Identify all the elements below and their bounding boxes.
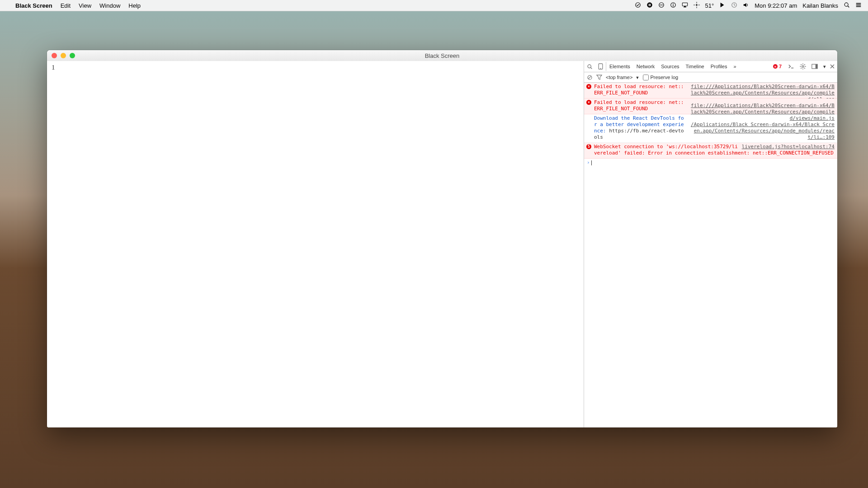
temperature[interactable]: 51° <box>705 2 714 9</box>
status-icon[interactable] <box>646 2 653 9</box>
menu-help[interactable]: Help <box>128 2 141 9</box>
svg-point-21 <box>588 65 591 68</box>
svg-point-24 <box>600 68 601 69</box>
console-message: × file:///Applications/Black%20Screen-da… <box>584 83 837 99</box>
app-window: Black Screen 1 Elements Network Sources … <box>47 50 837 427</box>
tab-network[interactable]: Network <box>633 61 658 72</box>
volume-icon[interactable] <box>743 2 749 9</box>
filter-icon[interactable] <box>596 75 602 80</box>
svg-point-0 <box>635 2 640 7</box>
close-button[interactable] <box>52 53 57 58</box>
device-toggle-icon[interactable] <box>595 61 606 72</box>
svg-line-33 <box>801 68 802 69</box>
inspect-icon[interactable] <box>584 61 595 72</box>
tab-more[interactable]: » <box>730 61 739 72</box>
airplay-icon[interactable] <box>682 2 688 9</box>
svg-line-40 <box>588 76 591 79</box>
show-console-icon[interactable] <box>785 61 797 72</box>
menu-clock[interactable]: Mon 9:22:07 am <box>755 2 797 9</box>
text-caret <box>591 160 592 165</box>
message-source-link[interactable]: /Applications/Black Screen-darwin-x64/Bl… <box>690 122 835 141</box>
devtools-tabbar: Elements Network Sources Timeline Profil… <box>584 61 837 72</box>
editor-area[interactable]: 1 <box>47 61 584 427</box>
svg-point-1 <box>647 2 652 7</box>
app-name-menu[interactable]: Black Screen <box>15 2 52 9</box>
console-toolbar: <top frame> ▼ Preserve log <box>584 72 837 83</box>
message-source-link[interactable]: livereload.js?host=localhost:74 <box>742 144 835 150</box>
status-icon[interactable] <box>635 2 641 9</box>
prompt-glyph: › <box>587 160 590 165</box>
menu-edit[interactable]: Edit <box>61 2 71 9</box>
error-count-badge[interactable]: × 7 <box>773 64 782 69</box>
svg-line-22 <box>591 67 592 69</box>
svg-point-26 <box>802 66 804 67</box>
clock-icon[interactable] <box>731 2 737 9</box>
menu-window[interactable]: Window <box>99 2 120 9</box>
clear-console-icon[interactable] <box>587 75 593 80</box>
svg-rect-9 <box>682 3 687 6</box>
console-output[interactable]: × file:///Applications/Black%20Screen-da… <box>584 83 837 427</box>
menu-view[interactable]: View <box>79 2 91 9</box>
svg-line-34 <box>804 64 805 65</box>
error-count: 7 <box>779 64 782 69</box>
preserve-log-toggle[interactable]: Preserve log <box>643 75 678 80</box>
error-dot-icon: × <box>773 64 778 69</box>
status-icon[interactable] <box>693 2 700 9</box>
minimize-button[interactable] <box>61 53 66 58</box>
status-icon[interactable] <box>658 2 665 9</box>
svg-line-31 <box>801 64 802 65</box>
tab-elements[interactable]: Elements <box>606 61 633 72</box>
devtools-panel: Elements Network Sources Timeline Profil… <box>584 61 837 427</box>
svg-line-17 <box>848 6 849 7</box>
window-title: Black Screen <box>425 52 460 59</box>
svg-rect-19 <box>856 5 861 5</box>
maximize-button[interactable] <box>70 53 75 58</box>
console-prompt[interactable]: › <box>584 159 837 167</box>
line-text: 1 <box>52 64 55 71</box>
svg-rect-36 <box>816 64 817 69</box>
execution-context-select[interactable]: <top frame> ▼ <box>606 75 639 80</box>
dock-menu-caret-icon[interactable]: ▾ <box>821 61 827 72</box>
spotlight-icon[interactable] <box>844 2 850 9</box>
console-message: S livereload.js?host=localhost:74 WebSoc… <box>584 143 837 159</box>
status-icon[interactable] <box>719 2 726 9</box>
svg-point-7 <box>673 3 674 4</box>
svg-point-16 <box>844 3 848 6</box>
preserve-log-checkbox[interactable] <box>643 75 649 80</box>
settings-icon[interactable] <box>797 61 809 72</box>
status-icon[interactable] <box>670 2 676 9</box>
svg-rect-18 <box>856 3 861 4</box>
error-badge-icon: S <box>586 144 591 149</box>
menu-user[interactable]: Kailan Blanks <box>802 2 838 9</box>
svg-rect-20 <box>856 6 861 7</box>
svg-line-32 <box>804 68 805 69</box>
control-center-icon[interactable] <box>855 2 862 9</box>
console-message: /Applications/Black Screen-darwin-x64/Bl… <box>584 114 837 143</box>
console-message: × file:///Applications/Black%20Screen-da… <box>584 99 837 114</box>
error-icon: × <box>586 100 591 105</box>
tab-sources[interactable]: Sources <box>658 61 682 72</box>
svg-point-10 <box>696 4 698 6</box>
mac-menubar: Black Screen Edit View Window Help 51° M… <box>0 0 868 11</box>
devtools-close-icon[interactable] <box>827 61 837 72</box>
svg-rect-3 <box>650 4 651 6</box>
tab-timeline[interactable]: Timeline <box>683 61 708 72</box>
window-titlebar[interactable]: Black Screen <box>47 50 837 61</box>
error-icon: × <box>586 84 591 89</box>
preserve-log-label: Preserve log <box>650 75 678 80</box>
dock-side-icon[interactable] <box>809 61 821 72</box>
svg-rect-2 <box>648 4 649 6</box>
svg-rect-8 <box>673 5 673 6</box>
tab-profiles[interactable]: Profiles <box>708 61 731 72</box>
